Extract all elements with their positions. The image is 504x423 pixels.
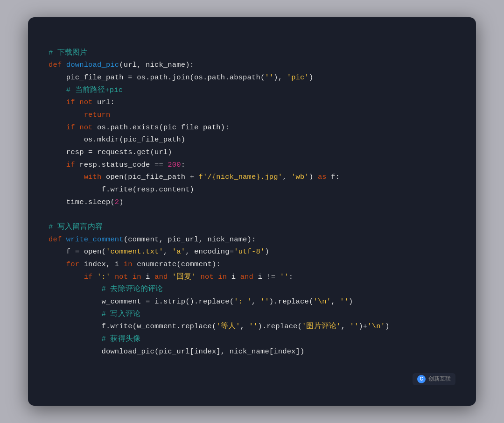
watermark-area: C 创新互联 — [49, 373, 455, 385]
watermark-text: 创新互联 — [428, 375, 451, 383]
watermark-badge: C 创新互联 — [413, 373, 455, 385]
code-content: # 下载图片 def download_pic(url, nick_name):… — [49, 34, 455, 370]
watermark-icon: C — [417, 375, 426, 383]
kw-def1: def — [49, 61, 66, 69]
comment-download: # 下载图片 — [49, 49, 88, 57]
code-window: # 下载图片 def download_pic(url, nick_name):… — [28, 17, 476, 406]
func-download-pic: download_pic — [66, 61, 119, 69]
